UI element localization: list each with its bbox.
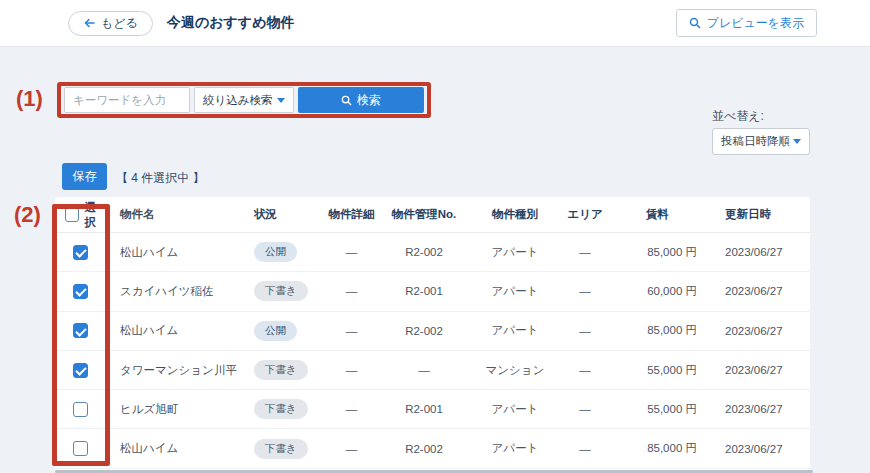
property-type: アパート (470, 284, 560, 299)
management-no: R2-002 (378, 325, 470, 337)
status-badge: 下書き (254, 399, 308, 419)
property-type: マンション (470, 363, 560, 378)
status-badge: 公開 (254, 321, 297, 341)
rent: 85,000 円 (610, 323, 705, 338)
property-type: アパート (470, 441, 560, 456)
property-detail: — (325, 246, 378, 258)
rent: 55,000 円 (610, 363, 705, 378)
updated-date: 2023/06/27 (705, 285, 810, 297)
property-name: 松山ハイム (105, 245, 250, 260)
search-icon (689, 17, 701, 29)
annotation-box-1: 絞り込み検索 検索 (57, 82, 431, 118)
sort-dropdown[interactable]: 投稿日時降順 (712, 128, 810, 155)
sort-dropdown-value: 投稿日時降順 (721, 134, 790, 149)
select-all-checkbox[interactable] (65, 207, 79, 222)
row-checkbox[interactable] (73, 284, 88, 299)
property-name: 松山ハイム (105, 441, 250, 456)
row-checkbox[interactable] (73, 323, 88, 338)
area: — (560, 364, 610, 376)
preview-button[interactable]: プレビューを表示 (676, 9, 817, 37)
column-header-updated: 更新日時 (705, 207, 810, 222)
table-row: 松山ハイム 下書き — R2-002 アパート — 85,000 円 2023/… (55, 429, 810, 468)
row-checkbox[interactable] (73, 402, 88, 417)
status-cell: 公開 (250, 321, 325, 341)
filter-dropdown[interactable]: 絞り込み検索 (194, 87, 294, 113)
preview-button-label: プレビューを表示 (707, 15, 804, 32)
property-name: 松山ハイム (105, 323, 250, 338)
property-name: ヒルズ旭町 (105, 402, 250, 417)
select-header-cell: 選択 (55, 200, 105, 230)
status-cell: 下書き (250, 399, 325, 419)
updated-date: 2023/06/27 (705, 443, 810, 455)
status-badge: 下書き (254, 281, 308, 301)
property-name: スカイハイツ稲佐 (105, 284, 250, 299)
table-row: スカイハイツ稲佐 下書き — R2-001 アパート — 60,000 円 20… (55, 272, 810, 311)
search-icon (341, 95, 352, 106)
updated-date: 2023/06/27 (705, 364, 810, 376)
property-detail: — (325, 364, 378, 376)
table-row: タワーマンション川平 下書き — — マンション — 55,000 円 2023… (55, 351, 810, 390)
area: — (560, 443, 610, 455)
row-checkbox[interactable] (73, 245, 88, 260)
area: — (560, 403, 610, 415)
rent: 85,000 円 (610, 245, 705, 260)
table-row: 松山ハイム 公開 — R2-002 アパート — 85,000 円 2023/0… (55, 312, 810, 351)
area: — (560, 325, 610, 337)
screen: もどる 今週のおすすめ物件 プレビューを表示 (1) 絞り込み検索 検索 並べ替… (0, 0, 870, 473)
property-detail: — (325, 443, 378, 455)
rent: 60,000 円 (610, 284, 705, 299)
row-select-cell (55, 284, 105, 299)
management-no: — (378, 364, 470, 376)
property-name: タワーマンション川平 (105, 363, 250, 378)
rent: 85,000 円 (610, 441, 705, 456)
column-header-area: エリア (560, 207, 610, 222)
management-no: R2-002 (378, 246, 470, 258)
status-badge: 下書き (254, 439, 308, 459)
updated-date: 2023/06/27 (705, 325, 810, 337)
back-button[interactable]: もどる (68, 11, 153, 36)
top-bar: もどる 今週のおすすめ物件 プレビューを表示 (0, 0, 870, 47)
column-header-select: 選択 (85, 200, 105, 230)
row-select-cell (55, 363, 105, 378)
row-select-cell (55, 245, 105, 260)
search-button[interactable]: 検索 (298, 87, 424, 113)
status-cell: 下書き (250, 360, 325, 380)
area: — (560, 285, 610, 297)
property-type: アパート (470, 245, 560, 260)
chevron-down-icon (277, 98, 285, 103)
status-cell: 下書き (250, 281, 325, 301)
save-button[interactable]: 保存 (62, 163, 107, 190)
arrow-left-icon (83, 17, 95, 29)
column-header-mgmt-no: 物件管理No. (378, 207, 470, 222)
search-button-label: 検索 (357, 92, 381, 109)
page-title: 今週のおすすめ物件 (167, 14, 295, 32)
rent: 55,000 円 (610, 402, 705, 417)
row-checkbox[interactable] (73, 441, 88, 456)
property-detail: — (325, 285, 378, 297)
table-body: 松山ハイム 公開 — R2-002 アパート — 85,000 円 2023/0… (55, 233, 810, 469)
filter-dropdown-label: 絞り込み検索 (203, 93, 273, 108)
column-header-status: 状況 (250, 207, 325, 222)
row-select-cell (55, 402, 105, 417)
back-button-label: もどる (101, 15, 138, 32)
selection-status: 【 4 件選択中 】 (116, 170, 205, 187)
property-table: 選択 物件名 状況 物件詳細 物件管理No. 物件種別 エリア 賃料 更新日時 … (55, 197, 810, 470)
keyword-input[interactable] (64, 87, 190, 113)
annotation-label-2: (2) (14, 202, 41, 228)
column-header-rent: 賃料 (610, 207, 705, 222)
updated-date: 2023/06/27 (705, 246, 810, 258)
row-checkbox[interactable] (73, 363, 88, 378)
table-row: 松山ハイム 公開 — R2-002 アパート — 85,000 円 2023/0… (55, 233, 810, 272)
management-no: R2-002 (378, 443, 470, 455)
column-header-type: 物件種別 (470, 207, 560, 222)
area: — (560, 246, 610, 258)
chevron-down-icon (793, 139, 801, 144)
sort-label: 並べ替え: (712, 108, 764, 125)
table-row: ヒルズ旭町 下書き — R2-001 アパート — 55,000 円 2023/… (55, 390, 810, 429)
updated-date: 2023/06/27 (705, 403, 810, 415)
annotation-label-1: (1) (16, 86, 43, 112)
column-header-detail: 物件詳細 (325, 207, 378, 222)
status-cell: 公開 (250, 242, 325, 262)
management-no: R2-001 (378, 403, 470, 415)
table-header-row: 選択 物件名 状況 物件詳細 物件管理No. 物件種別 エリア 賃料 更新日時 (55, 197, 810, 233)
